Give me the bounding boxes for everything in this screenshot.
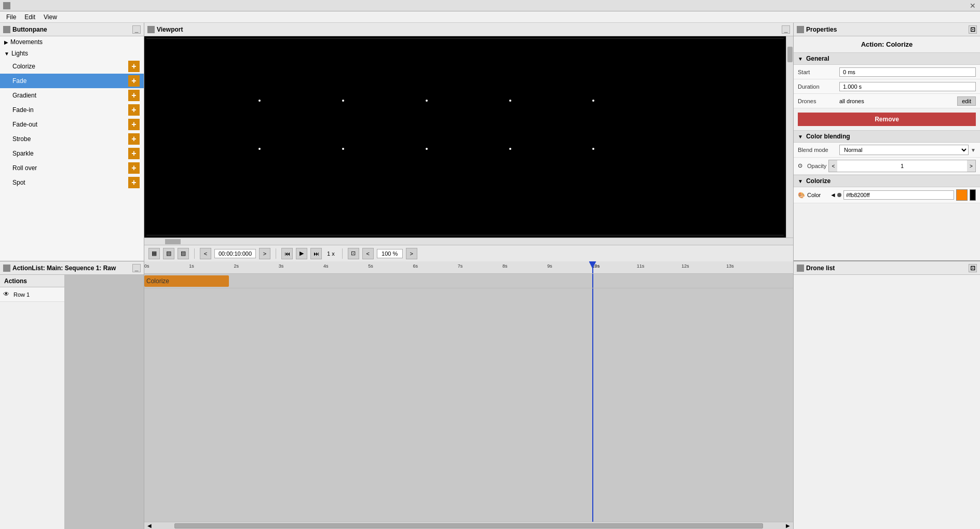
opacity-row: ⊙ Opacity < 1 >: [794, 158, 980, 175]
drones-label: Drones: [798, 98, 839, 104]
add-roll-over-btn[interactable]: +: [128, 162, 140, 174]
duration-input[interactable]: [839, 82, 976, 91]
drone-8: [426, 148, 428, 150]
fast-forward-btn[interactable]: ⏭: [310, 248, 322, 259]
general-section-header[interactable]: ▼ General: [794, 52, 980, 65]
colorize-section-header[interactable]: ▼ Colorize: [794, 175, 980, 187]
drone-3: [426, 100, 428, 102]
opacity-value: 1: [837, 163, 967, 169]
next-time-btn[interactable]: >: [259, 248, 270, 259]
mark-1s: 1s: [189, 263, 194, 269]
rewind-btn[interactable]: ⏮: [281, 248, 293, 259]
add-colorize-btn[interactable]: +: [128, 61, 140, 72]
viewport-icon: [147, 26, 155, 33]
eye-icon-1[interactable]: 👁: [3, 290, 11, 299]
color-inner: 🎨 Color ◄: [798, 189, 976, 201]
lights-item-sparkle[interactable]: Sparkle +: [0, 146, 144, 161]
lights-item-fade[interactable]: Fade +: [0, 74, 144, 88]
dronelist-minimize[interactable]: ⊡: [969, 264, 977, 272]
frame-btn-2[interactable]: ▧: [163, 248, 174, 259]
lights-item-colorize[interactable]: Colorize +: [0, 59, 144, 74]
color-icon: 🎨: [798, 192, 805, 199]
add-spot-btn[interactable]: +: [128, 177, 140, 188]
ruler-marks-container: 0s 1s 2s 3s 4s 5s 6s 7s 8s 9s 10s: [144, 261, 793, 273]
drones-edit-btn[interactable]: edit: [957, 96, 976, 106]
opacity-prev-btn[interactable]: <: [829, 160, 837, 172]
menu-file[interactable]: File: [2, 12, 20, 22]
menu-edit[interactable]: Edit: [20, 12, 39, 22]
start-value-wrap: [839, 67, 976, 77]
add-fade-btn[interactable]: +: [128, 75, 140, 87]
app-icon: [3, 2, 10, 9]
mark-4s: 4s: [323, 263, 329, 269]
lights-item-fade-out[interactable]: Fade-out +: [0, 117, 144, 132]
color-blending-header[interactable]: ▼ Color blending: [794, 130, 980, 143]
menu-view[interactable]: View: [39, 12, 61, 22]
add-fade-in-btn[interactable]: +: [128, 104, 140, 116]
drone-4: [509, 100, 511, 102]
color-swatch-black[interactable]: [970, 189, 976, 201]
lights-item-spot[interactable]: Spot +: [0, 175, 144, 190]
timeline-scroll-thumb: [174, 523, 763, 528]
prev-time-btn[interactable]: <: [200, 248, 211, 259]
remove-btn-wrap: Remove: [794, 108, 980, 130]
lights-group[interactable]: ▼ Lights: [0, 48, 144, 59]
properties-panel: Properties ⊡ Action: Colorize ▼ General …: [794, 23, 980, 261]
blend-mode-select[interactable]: Normal: [839, 145, 969, 155]
track-playhead-line: [592, 274, 593, 288]
add-strobe-btn[interactable]: +: [128, 133, 140, 145]
buttonpane-panel: Buttonpane _ ▶ Movements ▼ Lights: [0, 23, 144, 261]
close-button[interactable]: ✕: [969, 2, 977, 10]
color-input[interactable]: [843, 190, 954, 200]
properties-minimize[interactable]: ⊡: [969, 25, 977, 34]
opacity-icon: ⊙: [798, 162, 805, 170]
viewport-scrollbar-h[interactable]: [144, 238, 793, 245]
play-btn[interactable]: ▶: [296, 248, 307, 259]
actionlist-minimize[interactable]: _: [132, 264, 141, 272]
action-title: Action: Colorize: [794, 36, 980, 52]
time-display: 00:00:10:000: [214, 249, 256, 258]
timeline-scroll-left[interactable]: ◀: [145, 522, 154, 530]
speed-display: 1 x: [325, 250, 337, 257]
fit-btn[interactable]: ⊡: [348, 248, 359, 259]
viewport-border-bottom: [146, 235, 784, 235]
color-circle: [837, 193, 841, 197]
zoom-display: 100 %: [377, 249, 403, 258]
viewport-scrollbar-v[interactable]: [786, 36, 793, 238]
color-swatch[interactable]: [956, 189, 968, 201]
buttonpane-minimize[interactable]: _: [132, 25, 141, 34]
frame-btn-3[interactable]: ▨: [178, 248, 189, 259]
zoom-prev-btn[interactable]: <: [362, 248, 374, 259]
add-fade-out-btn[interactable]: +: [128, 119, 140, 130]
zoom-next-btn[interactable]: >: [406, 248, 417, 259]
track-block-colorize[interactable]: Colorize: [144, 275, 229, 287]
lights-item-roll-over[interactable]: Roll over +: [0, 161, 144, 175]
timeline-scroll-right[interactable]: ▶: [784, 522, 792, 530]
mark-3s: 3s: [279, 263, 284, 269]
viewport-minimize[interactable]: _: [782, 25, 790, 34]
duration-row: Duration: [794, 79, 980, 94]
add-gradient-btn[interactable]: +: [128, 90, 140, 101]
lights-item-strobe[interactable]: Strobe +: [0, 132, 144, 146]
dronelist-icon: [797, 264, 804, 272]
lights-item-gradient[interactable]: Gradient +: [0, 88, 144, 103]
color-blending-arrow: ▼: [798, 134, 803, 140]
add-sparkle-btn[interactable]: +: [128, 148, 140, 159]
remove-button[interactable]: Remove: [798, 113, 976, 126]
opacity-label: Opacity: [807, 163, 826, 169]
colorize-arrow: ▼: [798, 178, 803, 184]
lights-item-fade-in[interactable]: Fade-in +: [0, 103, 144, 117]
empty-playhead-line: [592, 288, 593, 522]
app-body: Buttonpane _ ▶ Movements ▼ Lights: [0, 23, 980, 529]
frame-btn-1[interactable]: ▦: [148, 248, 160, 259]
opacity-next-btn[interactable]: >: [967, 160, 975, 172]
actions-col: Actions 👁 Row 1: [0, 275, 65, 529]
duration-label: Duration: [798, 83, 839, 90]
timeline-ruler: 0s 1s 2s 3s 4s 5s 6s 7s 8s 9s 10s: [144, 261, 793, 274]
mark-11s: 11s: [637, 263, 645, 269]
timeline-scrollbar-h[interactable]: ◀ ▶: [144, 522, 793, 529]
movements-group[interactable]: ▶ Movements: [0, 36, 144, 48]
duration-value-wrap: [839, 82, 976, 91]
start-input[interactable]: [839, 67, 976, 77]
general-label: General: [806, 55, 829, 62]
